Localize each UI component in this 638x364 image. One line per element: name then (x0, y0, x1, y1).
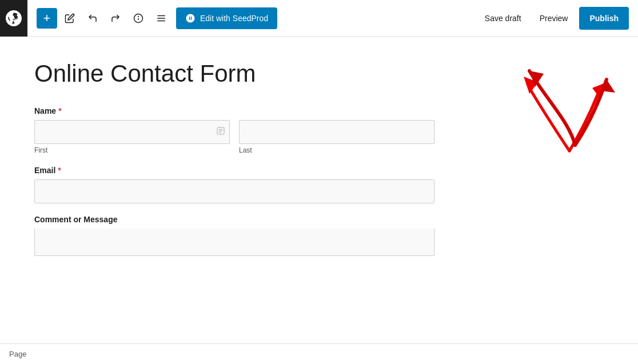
pencil-icon (65, 13, 75, 23)
page-title: Online Contact Form (34, 59, 604, 88)
seedprod-button[interactable]: Edit with SeedProd (176, 7, 277, 29)
last-name-hint: Last (239, 146, 434, 154)
name-input-icon (216, 126, 225, 138)
toolbar: + Edit (0, 0, 638, 37)
seedprod-icon (185, 13, 196, 23)
first-name-wrapper: First (34, 120, 230, 154)
message-form-group: Comment or Message (34, 215, 434, 258)
publish-button[interactable]: Publish (579, 7, 629, 30)
first-name-hint: First (34, 146, 230, 154)
name-form-group: Name * (34, 106, 434, 154)
status-label: Page (9, 350, 26, 358)
message-label: Comment or Message (34, 215, 434, 224)
email-label: Email * (34, 166, 434, 175)
name-label: Name * (34, 106, 434, 115)
last-name-input[interactable] (239, 120, 434, 144)
first-name-input-wrapper (34, 120, 230, 144)
name-required-star: * (58, 106, 61, 115)
info-button[interactable] (128, 8, 149, 29)
tools-icon (156, 13, 166, 23)
status-bar: Page (0, 343, 638, 364)
email-form-group: Email * (34, 166, 434, 203)
name-fields-row: First Last (34, 120, 434, 154)
edit-tool-button[interactable] (59, 8, 80, 29)
tools-button[interactable] (151, 8, 172, 29)
undo-icon (87, 13, 98, 23)
email-input[interactable] (34, 179, 434, 203)
redo-button[interactable] (105, 8, 126, 29)
undo-button[interactable] (82, 8, 103, 29)
save-draft-button[interactable]: Save draft (478, 9, 528, 27)
add-block-button[interactable]: + (37, 8, 57, 29)
last-name-wrapper: Last (239, 120, 434, 154)
form-section: Name * (34, 106, 434, 258)
message-input[interactable] (34, 229, 434, 256)
email-required-star: * (58, 166, 61, 175)
preview-button[interactable]: Preview (533, 9, 575, 27)
info-icon (133, 13, 143, 23)
first-name-input[interactable] (34, 120, 230, 144)
toolbar-right: Save draft Preview Publish (478, 7, 629, 30)
redo-icon (110, 13, 121, 23)
main-content: Online Contact Form Name * (0, 37, 638, 343)
wp-logo[interactable] (0, 0, 27, 37)
